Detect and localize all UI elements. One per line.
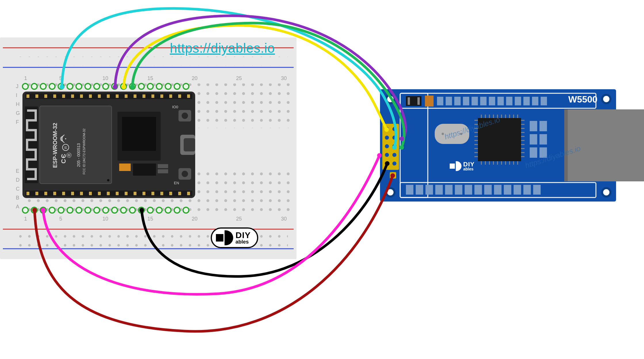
logo-text-big-2: DIY [235, 231, 251, 240]
svg-point-257 [400, 136, 404, 141]
svg-point-249 [60, 85, 64, 89]
svg-point-252 [130, 85, 135, 89]
wiring-diagram: 1 5 10 15 20 25 30 1 5 10 15 20 25 30 J … [0, 0, 644, 359]
source-url[interactable]: https://diyables.io [170, 40, 275, 56]
logo-text-small-2: ables [235, 240, 251, 244]
svg-point-261 [385, 161, 390, 166]
svg-point-259 [399, 145, 404, 150]
wire-black [142, 164, 387, 276]
wire-purple [115, 16, 406, 139]
svg-point-250 [113, 85, 117, 89]
wire-cyan [62, 8, 396, 147]
svg-point-260 [377, 153, 382, 158]
svg-point-258 [392, 145, 397, 150]
svg-point-253 [32, 208, 37, 212]
wires [0, 0, 644, 359]
svg-point-251 [121, 85, 126, 89]
svg-point-254 [41, 208, 45, 212]
svg-point-255 [139, 208, 144, 212]
wire-darkred [35, 176, 393, 331]
diyables-logo: DIY ables [211, 227, 258, 248]
svg-point-262 [390, 173, 395, 178]
wire-magenta [43, 155, 379, 294]
svg-point-256 [384, 127, 389, 132]
